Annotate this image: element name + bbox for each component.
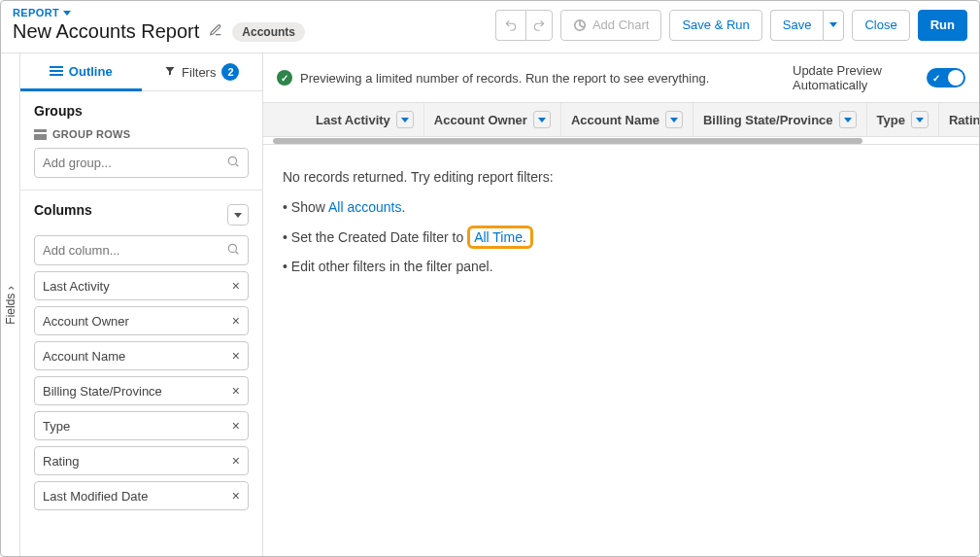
auto-preview-label: Update Preview Automatically	[793, 63, 909, 92]
column-chip[interactable]: Type×	[34, 411, 249, 440]
table-header-row: Last ActivityAccount OwnerAccount NameBi…	[263, 102, 979, 137]
remove-column-icon[interactable]: ×	[232, 278, 240, 294]
column-chip-label: Rating	[43, 454, 80, 469]
add-chart-button[interactable]: Add Chart	[560, 10, 662, 41]
table-header-label: Account Owner	[434, 113, 527, 127]
remove-column-icon[interactable]: ×	[232, 348, 240, 364]
undo-button[interactable]	[495, 10, 525, 41]
remove-column-icon[interactable]: ×	[232, 453, 240, 469]
chevron-down-icon	[538, 118, 546, 122]
redo-button[interactable]	[525, 10, 553, 41]
filter-count-badge: 2	[221, 63, 239, 81]
empty-line-show: • Show All accounts.	[283, 192, 960, 223]
column-chip[interactable]: Account Owner×	[34, 306, 249, 335]
add-group-input-wrap[interactable]	[34, 148, 249, 178]
save-menu-button[interactable]	[823, 10, 844, 41]
auto-preview-toggle[interactable]	[927, 68, 965, 87]
table-header[interactable]: Account Owner	[424, 103, 561, 136]
column-chip-label: Billing State/Province	[43, 384, 162, 399]
svg-point-2	[228, 244, 236, 252]
table-header-label: Last Activity	[316, 113, 390, 127]
report-type-breadcrumb[interactable]: REPORT	[13, 7, 305, 18]
report-title: New Accounts Report	[13, 20, 199, 43]
empty-lead: No records returned. Try editing report …	[283, 162, 960, 192]
chevron-down-icon	[844, 118, 852, 122]
tab-filters[interactable]: Filters 2	[142, 53, 263, 90]
column-chip[interactable]: Account Name×	[34, 341, 249, 370]
add-group-input[interactable]	[43, 156, 220, 170]
rows-icon	[34, 129, 47, 140]
svg-point-1	[228, 157, 236, 164]
link-all-accounts[interactable]: All accounts	[328, 199, 401, 215]
search-icon	[226, 242, 240, 259]
chart-icon	[573, 18, 587, 32]
caret-down-icon	[63, 11, 71, 16]
column-chip-label: Account Name	[43, 349, 125, 364]
remove-column-icon[interactable]: ×	[232, 313, 240, 329]
horizontal-scrollbar[interactable]	[263, 137, 979, 145]
table-header-label: Type	[877, 113, 905, 127]
column-chip[interactable]: Billing State/Province×	[34, 376, 249, 405]
chevron-down-icon	[401, 118, 409, 122]
table-header-label: Rating	[949, 113, 979, 127]
table-header-label: Billing State/Province	[703, 113, 833, 127]
save-button[interactable]: Save	[770, 10, 824, 41]
table-header[interactable]: Type	[867, 103, 939, 136]
columns-title: Columns	[34, 202, 92, 218]
column-chip[interactable]: Last Modified Date×	[34, 481, 249, 510]
crumb-label: REPORT	[13, 7, 59, 18]
column-menu-button[interactable]	[396, 111, 414, 128]
groups-title: Groups	[34, 103, 249, 119]
table-header[interactable]: Account Name	[561, 103, 693, 136]
undo-redo-group	[495, 10, 553, 41]
chevron-down-icon	[234, 213, 242, 218]
column-menu-button[interactable]	[533, 111, 551, 128]
column-chip-label: Last Activity	[43, 279, 110, 294]
remove-column-icon[interactable]: ×	[232, 383, 240, 399]
remove-column-icon[interactable]: ×	[232, 418, 240, 434]
add-column-input-wrap[interactable]	[34, 235, 249, 265]
column-chip[interactable]: Last Activity×	[34, 271, 249, 300]
close-button[interactable]: Close	[852, 10, 909, 41]
table-header[interactable]: Rating	[939, 103, 979, 136]
group-rows-label: GROUP ROWS	[34, 128, 249, 140]
preview-message: ✓ Previewing a limited number of records…	[277, 70, 709, 86]
outline-icon	[50, 66, 63, 76]
check-icon: ✓	[277, 70, 292, 86]
table-header[interactable]: Billing State/Province	[693, 103, 867, 136]
fields-rail[interactable]: Fields ›	[1, 53, 20, 556]
run-button[interactable]: Run	[918, 10, 967, 41]
funnel-icon	[164, 65, 176, 80]
column-chip-label: Last Modified Date	[43, 489, 148, 504]
fields-rail-label: Fields ›	[4, 286, 17, 324]
link-all-time[interactable]: All Time	[474, 229, 523, 245]
save-run-button[interactable]: Save & Run	[669, 10, 761, 41]
search-icon	[226, 155, 240, 171]
tab-outline[interactable]: Outline	[20, 53, 142, 91]
empty-line-other: • Edit other filters in the filter panel…	[283, 252, 960, 282]
column-chip-label: Type	[43, 419, 70, 434]
column-menu-button[interactable]	[665, 111, 683, 128]
column-chip[interactable]: Rating×	[34, 446, 249, 475]
remove-column-icon[interactable]: ×	[232, 488, 240, 504]
table-header-label: Account Name	[571, 113, 659, 127]
column-menu-button[interactable]	[911, 111, 929, 128]
table-header[interactable]: Last Activity	[306, 103, 424, 136]
object-badge: Accounts	[232, 22, 305, 42]
empty-line-date: • Set the Created Date filter to All Tim…	[283, 223, 960, 253]
chevron-down-icon	[829, 22, 837, 27]
chevron-down-icon	[916, 118, 924, 122]
add-column-input[interactable]	[43, 243, 220, 258]
column-menu-button[interactable]	[839, 111, 857, 128]
column-chip-label: Account Owner	[43, 314, 129, 329]
edit-title-icon[interactable]	[209, 23, 222, 40]
chevron-down-icon	[670, 118, 678, 122]
columns-menu-button[interactable]	[227, 204, 249, 226]
